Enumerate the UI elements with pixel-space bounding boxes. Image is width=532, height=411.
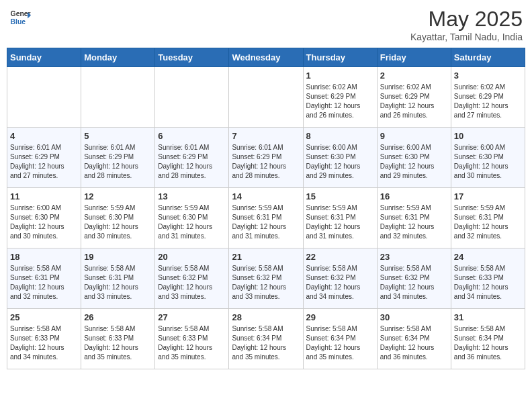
calendar-day-cell: 28Sunrise: 5:58 AM Sunset: 6:34 PM Dayli… bbox=[229, 309, 303, 369]
calendar-day-cell: 1Sunrise: 6:02 AM Sunset: 6:29 PM Daylig… bbox=[303, 67, 377, 128]
day-number: 9 bbox=[380, 131, 448, 141]
day-number: 27 bbox=[158, 312, 226, 322]
day-info: Sunrise: 6:01 AM Sunset: 6:29 PM Dayligh… bbox=[158, 143, 226, 181]
header-row: SundayMondayTuesdayWednesdayThursdayFrid… bbox=[7, 48, 525, 67]
logo-icon: General Blue bbox=[9, 7, 31, 28]
calendar-day-cell: 19Sunrise: 5:58 AM Sunset: 6:31 PM Dayli… bbox=[81, 248, 155, 309]
calendar-day-cell: 10Sunrise: 6:00 AM Sunset: 6:30 PM Dayli… bbox=[451, 128, 525, 188]
day-number: 12 bbox=[84, 191, 152, 201]
calendar-day-cell bbox=[81, 67, 155, 128]
day-number: 2 bbox=[380, 71, 448, 81]
day-number: 21 bbox=[232, 252, 300, 262]
calendar-day-cell: 22Sunrise: 5:58 AM Sunset: 6:32 PM Dayli… bbox=[303, 248, 377, 309]
day-info: Sunrise: 5:58 AM Sunset: 6:33 PM Dayligh… bbox=[454, 264, 522, 302]
day-number: 1 bbox=[306, 71, 374, 81]
day-number: 26 bbox=[84, 312, 152, 322]
logo: General Blue bbox=[9, 7, 31, 28]
day-number: 16 bbox=[380, 191, 448, 201]
day-info: Sunrise: 5:59 AM Sunset: 6:31 PM Dayligh… bbox=[380, 203, 448, 241]
weekday-header: Wednesday bbox=[229, 48, 303, 67]
calendar-day-cell: 25Sunrise: 5:58 AM Sunset: 6:33 PM Dayli… bbox=[7, 309, 81, 369]
day-number: 6 bbox=[158, 131, 226, 141]
day-info: Sunrise: 6:00 AM Sunset: 6:30 PM Dayligh… bbox=[10, 203, 78, 241]
calendar-day-cell: 30Sunrise: 5:58 AM Sunset: 6:34 PM Dayli… bbox=[377, 309, 451, 369]
day-number: 29 bbox=[306, 312, 374, 322]
calendar-day-cell: 2Sunrise: 6:02 AM Sunset: 6:29 PM Daylig… bbox=[377, 67, 451, 128]
weekday-header: Monday bbox=[81, 48, 155, 67]
day-info: Sunrise: 6:00 AM Sunset: 6:30 PM Dayligh… bbox=[306, 143, 374, 181]
calendar-day-cell: 16Sunrise: 5:59 AM Sunset: 6:31 PM Dayli… bbox=[377, 188, 451, 248]
weekday-header: Saturday bbox=[451, 48, 525, 67]
day-number: 24 bbox=[454, 252, 522, 262]
day-info: Sunrise: 6:00 AM Sunset: 6:30 PM Dayligh… bbox=[454, 143, 522, 181]
calendar-day-cell: 18Sunrise: 5:58 AM Sunset: 6:31 PM Dayli… bbox=[7, 248, 81, 309]
calendar-day-cell: 24Sunrise: 5:58 AM Sunset: 6:33 PM Dayli… bbox=[451, 248, 525, 309]
day-number: 11 bbox=[10, 191, 78, 201]
calendar-day-cell: 5Sunrise: 6:01 AM Sunset: 6:29 PM Daylig… bbox=[81, 128, 155, 188]
day-info: Sunrise: 5:59 AM Sunset: 6:30 PM Dayligh… bbox=[158, 203, 226, 241]
day-number: 8 bbox=[306, 131, 374, 141]
day-info: Sunrise: 5:58 AM Sunset: 6:33 PM Dayligh… bbox=[158, 324, 226, 362]
day-info: Sunrise: 6:01 AM Sunset: 6:29 PM Dayligh… bbox=[10, 143, 78, 181]
day-number: 7 bbox=[232, 131, 300, 141]
day-info: Sunrise: 5:58 AM Sunset: 6:32 PM Dayligh… bbox=[232, 264, 300, 302]
calendar-day-cell: 17Sunrise: 5:59 AM Sunset: 6:31 PM Dayli… bbox=[451, 188, 525, 248]
day-info: Sunrise: 5:58 AM Sunset: 6:32 PM Dayligh… bbox=[158, 264, 226, 302]
calendar-table: SundayMondayTuesdayWednesdayThursdayFrid… bbox=[7, 48, 525, 369]
calendar-day-cell: 8Sunrise: 6:00 AM Sunset: 6:30 PM Daylig… bbox=[303, 128, 377, 188]
calendar-day-cell: 23Sunrise: 5:58 AM Sunset: 6:32 PM Dayli… bbox=[377, 248, 451, 309]
day-info: Sunrise: 5:59 AM Sunset: 6:30 PM Dayligh… bbox=[84, 203, 152, 241]
calendar-day-cell: 29Sunrise: 5:58 AM Sunset: 6:34 PM Dayli… bbox=[303, 309, 377, 369]
day-info: Sunrise: 5:58 AM Sunset: 6:31 PM Dayligh… bbox=[84, 264, 152, 302]
day-info: Sunrise: 5:59 AM Sunset: 6:31 PM Dayligh… bbox=[232, 203, 300, 241]
calendar-day-cell: 20Sunrise: 5:58 AM Sunset: 6:32 PM Dayli… bbox=[155, 248, 229, 309]
day-number: 10 bbox=[454, 131, 522, 141]
day-info: Sunrise: 6:02 AM Sunset: 6:29 PM Dayligh… bbox=[380, 83, 448, 120]
day-number: 3 bbox=[454, 71, 522, 81]
calendar-day-cell: 7Sunrise: 6:01 AM Sunset: 6:29 PM Daylig… bbox=[229, 128, 303, 188]
day-info: Sunrise: 6:02 AM Sunset: 6:29 PM Dayligh… bbox=[454, 83, 522, 120]
day-info: Sunrise: 5:58 AM Sunset: 6:32 PM Dayligh… bbox=[306, 264, 374, 302]
day-number: 25 bbox=[10, 312, 78, 322]
day-number: 19 bbox=[84, 252, 152, 262]
day-number: 22 bbox=[306, 252, 374, 262]
calendar-header: SundayMondayTuesdayWednesdayThursdayFrid… bbox=[7, 48, 525, 67]
day-info: Sunrise: 5:58 AM Sunset: 6:32 PM Dayligh… bbox=[380, 264, 448, 302]
calendar-day-cell: 26Sunrise: 5:58 AM Sunset: 6:33 PM Dayli… bbox=[81, 309, 155, 369]
calendar-day-cell: 15Sunrise: 5:59 AM Sunset: 6:31 PM Dayli… bbox=[303, 188, 377, 248]
calendar-day-cell: 12Sunrise: 5:59 AM Sunset: 6:30 PM Dayli… bbox=[81, 188, 155, 248]
location-label: Kayattar, Tamil Nadu, India bbox=[410, 32, 523, 42]
svg-text:Blue: Blue bbox=[11, 18, 26, 26]
calendar-day-cell bbox=[229, 67, 303, 128]
day-info: Sunrise: 5:58 AM Sunset: 6:33 PM Dayligh… bbox=[10, 324, 78, 362]
weekday-header: Tuesday bbox=[155, 48, 229, 67]
day-number: 31 bbox=[454, 312, 522, 322]
calendar-day-cell: 4Sunrise: 6:01 AM Sunset: 6:29 PM Daylig… bbox=[7, 128, 81, 188]
day-number: 18 bbox=[10, 252, 78, 262]
day-number: 30 bbox=[380, 312, 448, 322]
day-info: Sunrise: 6:01 AM Sunset: 6:29 PM Dayligh… bbox=[84, 143, 152, 181]
calendar-day-cell bbox=[7, 67, 81, 128]
calendar-day-cell: 31Sunrise: 5:58 AM Sunset: 6:34 PM Dayli… bbox=[451, 309, 525, 369]
weekday-header: Sunday bbox=[7, 48, 81, 67]
calendar-day-cell: 9Sunrise: 6:00 AM Sunset: 6:30 PM Daylig… bbox=[377, 128, 451, 188]
day-info: Sunrise: 6:00 AM Sunset: 6:30 PM Dayligh… bbox=[380, 143, 448, 181]
day-info: Sunrise: 5:58 AM Sunset: 6:34 PM Dayligh… bbox=[306, 324, 374, 362]
day-number: 5 bbox=[84, 131, 152, 141]
day-info: Sunrise: 5:58 AM Sunset: 6:34 PM Dayligh… bbox=[380, 324, 448, 362]
calendar-day-cell: 14Sunrise: 5:59 AM Sunset: 6:31 PM Dayli… bbox=[229, 188, 303, 248]
calendar-day-cell: 11Sunrise: 6:00 AM Sunset: 6:30 PM Dayli… bbox=[7, 188, 81, 248]
day-info: Sunrise: 5:58 AM Sunset: 6:31 PM Dayligh… bbox=[10, 264, 78, 302]
calendar-body: 1Sunrise: 6:02 AM Sunset: 6:29 PM Daylig… bbox=[7, 67, 525, 369]
calendar-week-row: 25Sunrise: 5:58 AM Sunset: 6:33 PM Dayli… bbox=[7, 309, 525, 369]
day-info: Sunrise: 5:58 AM Sunset: 6:34 PM Dayligh… bbox=[232, 324, 300, 362]
day-number: 28 bbox=[232, 312, 300, 322]
day-number: 4 bbox=[10, 131, 78, 141]
day-info: Sunrise: 5:58 AM Sunset: 6:33 PM Dayligh… bbox=[84, 324, 152, 362]
page-header: General Blue May 2025 Kayattar, Tamil Na… bbox=[7, 7, 525, 42]
day-info: Sunrise: 5:59 AM Sunset: 6:31 PM Dayligh… bbox=[306, 203, 374, 241]
day-info: Sunrise: 6:02 AM Sunset: 6:29 PM Dayligh… bbox=[306, 83, 374, 120]
day-number: 20 bbox=[158, 252, 226, 262]
day-info: Sunrise: 6:01 AM Sunset: 6:29 PM Dayligh… bbox=[232, 143, 300, 181]
calendar-day-cell: 3Sunrise: 6:02 AM Sunset: 6:29 PM Daylig… bbox=[451, 67, 525, 128]
